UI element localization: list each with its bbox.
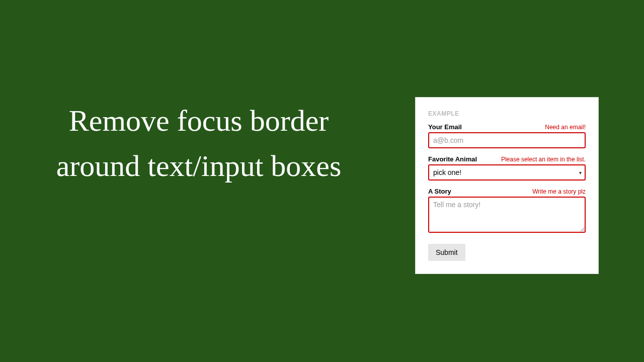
animal-label-row: Favorite Animal Please select an item in… xyxy=(428,155,586,163)
story-textarea[interactable] xyxy=(428,197,586,233)
animal-select[interactable]: pick one! xyxy=(428,164,586,180)
story-label: A Story xyxy=(428,188,451,195)
email-input[interactable] xyxy=(428,132,586,148)
form-header: EXAMPLE xyxy=(428,110,586,117)
submit-button[interactable]: Submit xyxy=(428,244,465,261)
example-form-card: EXAMPLE Your Email Need an email! Favori… xyxy=(415,97,599,274)
animal-error: Please select an item in the list. xyxy=(501,156,586,163)
email-label-row: Your Email Need an email! xyxy=(428,123,586,131)
story-label-row: A Story Write me a story plz xyxy=(428,188,586,195)
email-label: Your Email xyxy=(428,123,462,131)
email-error: Need an email! xyxy=(545,124,586,131)
story-error: Write me a story plz xyxy=(532,188,586,195)
animal-label: Favorite Animal xyxy=(428,155,477,163)
page-title: Remove focus border around text/input bo… xyxy=(38,98,360,189)
